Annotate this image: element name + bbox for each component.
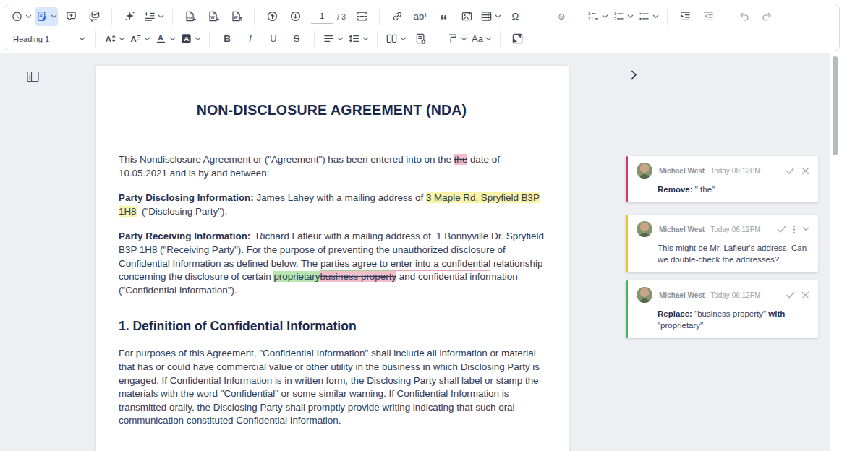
footnote-button[interactable]: ab¹ <box>410 7 430 26</box>
paragraph-style-select[interactable]: Heading 1 <box>10 30 88 48</box>
page-number-input[interactable] <box>311 9 333 24</box>
bullet-list-icon <box>638 10 650 22</box>
strikethrough-icon: S <box>294 34 300 43</box>
comment-author: Michael West <box>659 226 705 233</box>
font-color-icon: A <box>155 33 167 45</box>
toolbar-separator <box>579 9 579 25</box>
comment-collapse-button[interactable] <box>802 227 809 231</box>
comment-text-run: with <box>768 309 785 318</box>
chevron-down-icon <box>169 37 176 41</box>
undo-button[interactable] <box>733 7 754 26</box>
bullet-list-button[interactable] <box>637 7 660 26</box>
toolbar-separator <box>667 9 668 25</box>
comment-text-run: This might be Mr. Lafleur's address. Can… <box>658 244 807 264</box>
scrollbar-thumb[interactable] <box>833 56 838 155</box>
close-icon <box>801 167 809 175</box>
comment-card[interactable]: Michael WestToday 06:12PMRemove: " the" <box>626 156 818 202</box>
comment-menu-button[interactable] <box>793 225 796 234</box>
line-height-button[interactable] <box>347 30 370 48</box>
import-docx-button[interactable]: W <box>226 7 247 26</box>
chevron-down-icon <box>337 37 344 41</box>
paragraph: Party Receiving Information: Richard Laf… <box>119 230 545 297</box>
format-paint-button[interactable] <box>446 30 468 48</box>
resolve-comments-button[interactable] <box>84 7 104 26</box>
font-size-button[interactable]: A <box>103 30 126 48</box>
scroll-up-button[interactable] <box>262 7 282 26</box>
ai-commands-button[interactable] <box>142 7 165 26</box>
page-layout-button[interactable] <box>385 30 407 48</box>
insert-table-button[interactable] <box>480 7 502 26</box>
expand-icon <box>511 33 524 45</box>
underline-button[interactable]: U <box>263 30 284 48</box>
version-history-button[interactable] <box>10 7 33 26</box>
export-docx-button[interactable]: W <box>203 7 224 26</box>
check-icon <box>786 167 795 175</box>
blockquote-button[interactable]: “ <box>433 7 454 26</box>
scroll-down-button[interactable] <box>285 7 305 26</box>
text-run: James Lahey with a mailing address of <box>254 192 426 203</box>
comment-body: Remove: " the" <box>658 184 809 195</box>
table-icon <box>480 10 493 22</box>
redo-button[interactable] <box>757 7 777 26</box>
toolbar: PDFWW/ 3ab¹“Ω—☺1.1.1.12 Heading 1AAAABIU… <box>4 4 840 51</box>
text-run: enter into a confidential <box>391 258 490 271</box>
comment-resolve-button[interactable] <box>786 291 795 299</box>
insert-image-button[interactable] <box>456 7 477 26</box>
add-comment-icon <box>65 10 77 22</box>
scrollbar-track[interactable] <box>830 53 868 451</box>
comment-text-run: "business property" <box>692 309 768 318</box>
close-icon <box>801 291 809 299</box>
chevron-down-icon <box>158 14 164 19</box>
hr-icon: — <box>534 12 543 21</box>
fullscreen-button[interactable] <box>508 30 528 48</box>
ai-sparkle-icon <box>124 10 136 22</box>
indent-decrease-button[interactable] <box>698 7 718 26</box>
strikethrough-button[interactable]: S <box>286 30 307 48</box>
indent-increase-button[interactable] <box>675 7 695 26</box>
italic-icon: I <box>249 34 252 44</box>
svg-text:PDF: PDF <box>187 16 192 20</box>
toolbar-separator <box>314 31 315 47</box>
comment-resolve-button[interactable] <box>777 226 786 233</box>
ai-assistant-button[interactable] <box>119 7 140 26</box>
docx-upload-icon: W <box>231 10 243 22</box>
multilevel-list-button[interactable]: 1.1.1. <box>587 7 609 26</box>
comment-text-run: " the" <box>693 185 715 194</box>
comment-text-run: Replace: <box>658 309 692 318</box>
text-run: For purposes of this Agreement, "Confide… <box>119 348 540 426</box>
insert-link-button[interactable] <box>387 7 407 26</box>
font-color-button[interactable]: A <box>154 30 176 48</box>
text-align-button[interactable] <box>322 30 344 48</box>
export-pdf-button[interactable]: PDF <box>180 7 200 26</box>
document-editor-app: PDFWW/ 3ab¹“Ω—☺1.1.1.12 Heading 1AAAABIU… <box>0 0 868 451</box>
text-run: Party Disclosing Information: <box>119 192 254 203</box>
italic-button[interactable]: I <box>240 30 260 48</box>
add-comment-button[interactable] <box>61 7 81 26</box>
document-settings-button[interactable] <box>410 30 430 48</box>
bold-button[interactable]: B <box>217 30 237 48</box>
comment-delete-button[interactable] <box>801 167 809 175</box>
image-icon <box>461 10 473 22</box>
chevron-down-icon <box>400 37 407 41</box>
toolbar-separator <box>377 31 378 47</box>
comment-card[interactable]: Michael WestToday 06:12PMThis might be M… <box>626 215 818 272</box>
document-page[interactable]: NON-DISCLOSURE AGREEMENT (NDA)This Nondi… <box>96 66 569 451</box>
text-run: 1. Definition of Confidential Informatio… <box>119 319 357 333</box>
highlight-color-button[interactable]: A <box>179 30 202 48</box>
chevron-down-icon <box>485 37 492 41</box>
special-character-button[interactable]: Ω <box>505 7 525 26</box>
resolve-comments-icon <box>88 10 101 22</box>
comment-resolve-button[interactable] <box>786 167 795 175</box>
comment-card[interactable]: Michael WestToday 06:12PMReplace: "busin… <box>626 280 818 338</box>
arrow-down-circle-icon <box>289 10 302 22</box>
horizontal-rule-button[interactable]: — <box>528 7 548 26</box>
track-changes-button[interactable] <box>35 7 58 26</box>
ordered-list-button[interactable]: 12 <box>612 7 634 26</box>
chevron-down-icon <box>495 14 501 19</box>
emoji-button[interactable]: ☺ <box>551 7 571 26</box>
comment-delete-button[interactable] <box>801 291 809 299</box>
text-case-button[interactable]: Aa <box>471 30 493 48</box>
page-break-button[interactable] <box>352 7 372 26</box>
character-spacing-button[interactable]: A <box>129 30 151 48</box>
outline-panel-toggle[interactable] <box>26 70 41 84</box>
